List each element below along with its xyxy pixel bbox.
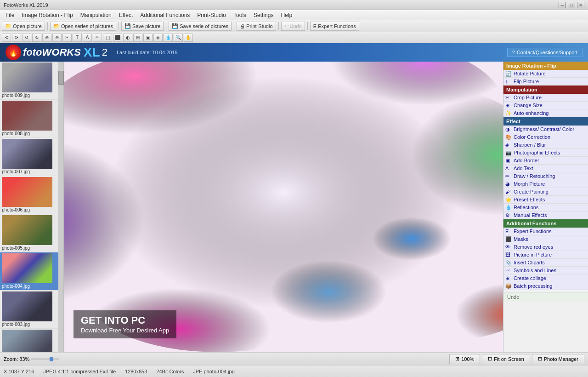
panel-item-label-2-1: Color Correction: [514, 134, 550, 140]
tool-btn-13[interactable]: ◐: [123, 34, 132, 42]
panel-item-label-2-8: Create Painting: [514, 189, 548, 194]
zoom-100-button[interactable]: ⊞ 100%: [449, 354, 480, 364]
tool-btn-4[interactable]: ↻: [32, 34, 41, 42]
thumbnail-item-2[interactable]: photo-002.jpg: [0, 329, 58, 352]
menu-item-file[interactable]: File: [2, 11, 18, 19]
panel-item-icon-1-1: ⊞: [505, 103, 509, 109]
panel-item-3-1[interactable]: ⬛Masks: [503, 235, 588, 243]
contact-button[interactable]: ? Contact/Questions/Support: [507, 48, 582, 57]
undo-button[interactable]: ↩ Undo: [281, 22, 305, 31]
tool-btn-2[interactable]: ⟳: [12, 34, 21, 42]
logo-text: fotoWORKS: [23, 46, 81, 58]
panel-item-0-1[interactable]: ↕Flip Picture: [503, 78, 588, 86]
thumbnail-item-8[interactable]: photo-008.jpg: [0, 100, 58, 138]
tool-btn-12[interactable]: ⬛: [113, 34, 122, 42]
tool-btn-5[interactable]: ⊕: [42, 34, 51, 42]
thumbnail-item-3[interactable]: photo-003.jpg: [0, 291, 58, 329]
panel-item-2-7[interactable]: ◕Morph Picture: [503, 180, 588, 188]
toolbar-separator-5: [278, 22, 279, 30]
panel-item-label-1-1: Change Size: [514, 103, 543, 108]
tool-btn-16[interactable]: ◈: [153, 34, 163, 42]
print-studio-button[interactable]: 🖨 Print-Studio: [237, 22, 276, 31]
panel-item-3-0[interactable]: EExpert Functions: [503, 228, 588, 235]
panel-item-2-0[interactable]: ◑Brightness/ Contrast/ Color: [503, 126, 588, 133]
panel-item-2-3[interactable]: 📷Photographic Effects: [503, 149, 588, 157]
panel-item-3-4[interactable]: 📎Insert Cliparts: [503, 259, 588, 267]
menu-item-effect[interactable]: Effect: [115, 11, 136, 19]
panel-item-2-6[interactable]: ✏Draw / Retouching: [503, 172, 588, 180]
menu-bar: FileImage Rotation - FlipManipulationEff…: [0, 10, 588, 20]
panel-item-2-1[interactable]: 🎨Color Correction: [503, 133, 588, 141]
tool-btn-15[interactable]: ▣: [143, 34, 153, 42]
logo-icon: 🔥: [6, 45, 21, 60]
close-button[interactable]: ✕: [577, 2, 584, 8]
open-series-button[interactable]: 📂 Open series of pictures: [50, 22, 116, 31]
thumbnail-item-4[interactable]: photo-004.jpg: [0, 252, 58, 291]
panel-item-3-6[interactable]: ⊞Create collage: [503, 274, 588, 282]
save-serie-button[interactable]: 💾 Save serie of pictures: [169, 22, 232, 31]
panel-item-3-3[interactable]: 🖼Picture in Picture: [503, 251, 588, 259]
panel-item-1-0[interactable]: ✂Crop Picture: [503, 94, 588, 102]
open-picture-button[interactable]: 📁 Open picture: [2, 22, 45, 31]
save-serie-icon: 💾: [172, 23, 178, 29]
panel-item-3-7[interactable]: 📦Batch processing: [503, 282, 588, 290]
title-bar: FotoWorks XL 2019 ─ □ ✕: [0, 0, 588, 10]
tool-btn-11[interactable]: ⬚: [103, 34, 112, 42]
minimize-button[interactable]: ─: [559, 2, 566, 8]
tool-btn-9[interactable]: A: [83, 34, 92, 42]
panel-item-icon-0-1: ↕: [505, 79, 508, 84]
thumbnail-image-5: [2, 215, 52, 245]
tool-btn-17[interactable]: 💧: [164, 34, 173, 42]
scrollbar-thumb[interactable]: [58, 71, 64, 85]
menu-item-print-studio[interactable]: Print-Studio: [193, 11, 230, 19]
panel-item-2-2[interactable]: ◈Sharpen / Blur: [503, 141, 588, 149]
thumbnail-item-9[interactable]: photo-009.jpg: [0, 62, 58, 100]
tool-btn-10[interactable]: ✏: [93, 34, 102, 42]
panel-item-icon-2-2: ◈: [505, 142, 509, 148]
panel-item-3-2[interactable]: 👁Remove red eyes: [503, 243, 588, 251]
panel-item-label-3-7: Batch processing: [514, 283, 552, 289]
menu-item-manipulation[interactable]: Manipulation: [77, 11, 115, 19]
panel-item-1-1[interactable]: ⊞Change Size: [503, 102, 588, 109]
panel-item-2-4[interactable]: ▣Add Border: [503, 157, 588, 165]
panel-item-label-3-1: Masks: [514, 236, 528, 242]
thumbnail-item-6[interactable]: photo-006.jpg: [0, 176, 58, 214]
zoom-slider[interactable]: [31, 358, 59, 360]
panel-item-2-5[interactable]: AAdd Text: [503, 165, 588, 172]
tool-btn-6[interactable]: ⊖: [52, 34, 62, 42]
folder-icon: 📁: [5, 23, 11, 29]
panel-item-2-9[interactable]: 🌟Preset Effects: [503, 196, 588, 204]
tool-btn-19[interactable]: ✋: [184, 34, 193, 42]
thumbnail-item-5[interactable]: photo-005.jpg: [0, 214, 58, 252]
panel-item-0-0[interactable]: 🔄Rotate Picture: [503, 70, 588, 78]
maximize-button[interactable]: □: [568, 2, 575, 8]
panel-header-3: Additional Functions: [503, 219, 588, 228]
right-panel-undo-button[interactable]: Undo: [503, 292, 588, 302]
expert-functions-button[interactable]: E Expert Functions: [310, 22, 359, 31]
panel-item-2-10[interactable]: 💧Reflections: [503, 204, 588, 211]
panel-item-2-8[interactable]: 🖌Create Painting: [503, 188, 588, 196]
menu-item-additional-functions[interactable]: Additional Functions: [136, 11, 193, 19]
menu-item-tools[interactable]: Tools: [230, 11, 250, 19]
menu-item-help[interactable]: Help: [277, 11, 296, 19]
tool-btn-14[interactable]: ⊞: [133, 34, 142, 42]
thumbnail-label-4: photo-004.jpg: [2, 283, 57, 289]
expert-icon: E: [313, 23, 317, 29]
tool-btn-7[interactable]: ✂: [62, 34, 72, 42]
panel-item-1-2[interactable]: ✨Auto enhancing: [503, 109, 588, 117]
photo-manager-button[interactable]: ⊟ Photo Manager: [532, 354, 584, 364]
menu-item-settings[interactable]: Settings: [250, 11, 277, 19]
thumbnail-image-8: [2, 101, 52, 131]
tool-btn-1[interactable]: ⟲: [2, 34, 11, 42]
fit-screen-button[interactable]: ⊡ Fit on Screen: [482, 354, 530, 364]
zoom-handle[interactable]: [50, 357, 53, 361]
menu-item-image-rotation---flip[interactable]: Image Rotation - Flip: [18, 11, 76, 19]
panel-item-2-11[interactable]: ⚙Manual Effects: [503, 211, 588, 219]
tool-btn-3[interactable]: ↺: [22, 34, 31, 42]
tool-btn-18[interactable]: 🔍: [174, 34, 183, 42]
thumbnail-item-7[interactable]: photo-007.jpg: [0, 138, 58, 176]
panel-item-3-5[interactable]: 〰Symbols and Lines: [503, 267, 588, 274]
tool-btn-8[interactable]: T: [73, 34, 82, 42]
save-picture-button[interactable]: 💾 Save picture: [121, 22, 164, 31]
thumbnail-scrollbar[interactable]: [58, 62, 64, 352]
